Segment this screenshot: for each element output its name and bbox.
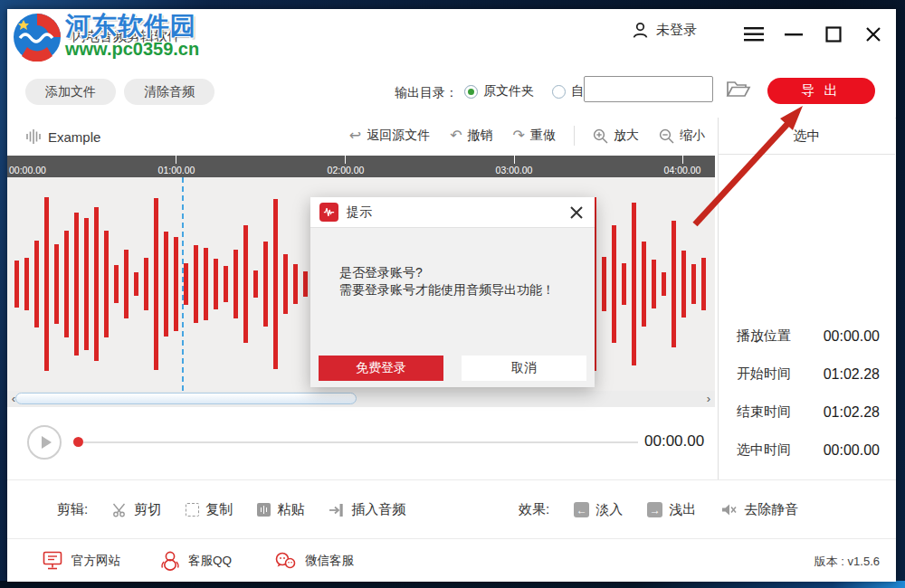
- remove-silence-button[interactable]: 去除静音: [720, 501, 798, 518]
- paste-label: 粘贴: [277, 501, 304, 518]
- waveform-bar: [701, 258, 706, 310]
- back-to-source-label: 返回源文件: [367, 128, 430, 144]
- edit-toolbar: 剪辑: 剪切 复制 粘贴: [7, 479, 896, 539]
- add-file-button[interactable]: 添加文件: [25, 79, 116, 105]
- waveform-bar: [114, 265, 119, 303]
- waveform-bar: [681, 251, 686, 318]
- wechat-icon: [273, 551, 297, 571]
- seek-track[interactable]: [83, 441, 638, 443]
- waveform-bar: [602, 257, 606, 311]
- zoom-in-icon: [593, 128, 608, 144]
- ruler-tick: [682, 156, 683, 164]
- export-button[interactable]: 导出: [767, 78, 875, 104]
- copy-label: 复制: [205, 501, 233, 518]
- waveform-bar: [74, 213, 79, 356]
- close-icon[interactable]: [863, 24, 883, 44]
- fade-in-button[interactable]: ← 淡入: [574, 501, 623, 518]
- playhead-line[interactable]: [182, 177, 184, 391]
- desktop-bottom-edge: [0, 581, 905, 588]
- copy-button[interactable]: 复制: [186, 501, 233, 518]
- effects-group-label: 效果:: [519, 501, 549, 518]
- official-website-label: 官方网站: [71, 553, 120, 569]
- insert-audio-button[interactable]: 插入音频: [329, 501, 405, 518]
- waveform-bar: [283, 254, 288, 314]
- back-arrow-icon: ↩: [349, 128, 361, 143]
- waveform-bar: [622, 263, 626, 305]
- paste-button[interactable]: 粘贴: [257, 501, 304, 518]
- waveform-bar: [84, 218, 89, 350]
- free-login-button[interactable]: 免费登录: [319, 356, 443, 381]
- cut-button[interactable]: 剪切: [112, 501, 161, 518]
- divider: [719, 154, 895, 155]
- official-website-link[interactable]: 官方网站: [36, 539, 126, 582]
- maximize-icon[interactable]: [824, 24, 843, 44]
- edit-group-label: 剪辑:: [57, 501, 88, 518]
- time-ruler[interactable]: 00:00.00 01:00.00 02:00.00 03:00.00 04:0…: [7, 156, 715, 177]
- effects-group: 效果: ← 淡入 → 浅出 去除静音: [519, 480, 798, 539]
- waveform-bar: [662, 272, 666, 296]
- row-value: 00:00.00: [824, 442, 880, 459]
- browse-folder-button[interactable]: [726, 78, 751, 101]
- remove-silence-label: 去除静音: [744, 501, 798, 518]
- waveform-bar: [164, 232, 168, 337]
- horizontal-scrollbar[interactable]: ‹ ›: [7, 391, 715, 407]
- cancel-button[interactable]: 取消: [462, 356, 586, 381]
- play-position-row: 播放位置 00:00.00: [719, 327, 895, 345]
- menu-icon[interactable]: [744, 24, 764, 44]
- scrollbar-thumb[interactable]: [15, 393, 357, 404]
- cut-icon: [112, 502, 128, 517]
- selection-panel-title: 选中: [719, 128, 895, 145]
- waveform-bar: [214, 259, 218, 309]
- dialog-close-icon[interactable]: [567, 204, 586, 222]
- dialog-buttons: 免费登录 取消: [319, 356, 586, 381]
- waveform-bar: [94, 207, 99, 361]
- redo-button[interactable]: ↷ 重做: [508, 126, 561, 146]
- ruler-label: 03:00.00: [490, 165, 538, 175]
- ruler-label: 00:00.00: [9, 165, 58, 175]
- fade-out-icon: →: [647, 502, 662, 517]
- waveform-bar: [263, 242, 268, 327]
- app-logo-icon: [25, 20, 56, 51]
- waveform-bar: [64, 231, 69, 337]
- waveform-bar: [104, 231, 109, 337]
- ruler-tick: [176, 156, 176, 164]
- waveform-bar: [273, 199, 278, 369]
- login-prompt-dialog: 提示 是否登录账号? 需要登录账号才能使用音频导出功能！ 免费登录 取消: [310, 197, 595, 387]
- waveform-bar: [124, 250, 129, 318]
- dialog-header: 提示: [310, 197, 595, 228]
- zoom-out-button[interactable]: 缩小: [653, 126, 710, 146]
- qq-support-label: 客服QQ: [188, 553, 232, 569]
- fade-out-label: 浅出: [669, 501, 696, 518]
- fade-out-button[interactable]: → 浅出: [647, 501, 696, 518]
- waveform-bar: [253, 270, 258, 298]
- login-status-label: 未登录: [656, 22, 697, 39]
- qq-support-link[interactable]: 客服QQ: [155, 539, 237, 582]
- waveform-bar: [224, 266, 228, 302]
- play-button[interactable]: [27, 425, 62, 460]
- radio-original-folder[interactable]: 原文件夹: [464, 83, 534, 100]
- user-icon: [631, 21, 650, 40]
- waveform-bar: [14, 261, 19, 308]
- ruler-label: 02:00.00: [321, 165, 370, 175]
- waveform-bar: [54, 244, 59, 324]
- wechat-support-link[interactable]: 微信客服: [268, 539, 359, 582]
- login-status[interactable]: 未登录: [631, 21, 697, 40]
- output-path-input[interactable]: [584, 76, 713, 102]
- scroll-right-icon[interactable]: ›: [702, 391, 715, 407]
- back-to-source-button[interactable]: ↩ 返回源文件: [344, 126, 435, 146]
- waveform-icon: [25, 128, 41, 145]
- clear-audio-button[interactable]: 清除音频: [124, 79, 214, 105]
- waveform-bar: [303, 271, 308, 297]
- seek-handle[interactable]: [73, 437, 83, 447]
- minimize-icon[interactable]: [784, 24, 804, 44]
- row-label: 开始时间: [737, 365, 791, 383]
- radio-unchecked-icon: [552, 85, 566, 99]
- zoom-in-button[interactable]: 放大: [587, 126, 644, 146]
- row-value: 01:02.28: [824, 404, 880, 421]
- waveform-bar: [134, 272, 138, 296]
- selection-values: 播放位置 00:00.00 开始时间 01:02.28 结束时间 01:02.2…: [719, 327, 895, 479]
- radio-original-label: 原文件夹: [483, 83, 534, 100]
- waveform-bar: [174, 237, 178, 331]
- undo-button[interactable]: ↶ 撤销: [444, 126, 498, 146]
- waveform-bar: [24, 258, 29, 310]
